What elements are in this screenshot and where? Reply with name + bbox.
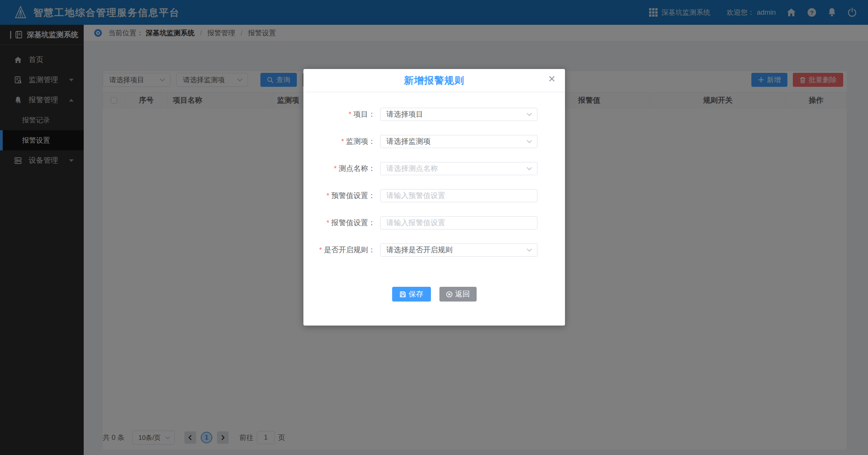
save-button[interactable]: 保存 xyxy=(392,287,431,302)
rule-enabled-select-value: 请选择是否开启规则 xyxy=(386,245,453,255)
field-label: * 报警值设置： xyxy=(303,218,375,228)
warning-value-input[interactable]: 请输入预警值设置 xyxy=(380,189,537,202)
required-asterisk: * xyxy=(349,110,351,119)
monitor-item-select[interactable]: 请选择监测项 xyxy=(380,135,537,148)
back-button[interactable]: 返回 xyxy=(439,287,477,302)
field-label: * 项目： xyxy=(303,109,375,119)
dialog-body: * 项目： 请选择项目 * 监测项： 请选择监测项 xyxy=(303,92,565,302)
save-button-label: 保存 xyxy=(409,289,424,299)
form-row-alarm-value: * 报警值设置： 请输入报警值设置 xyxy=(303,216,565,229)
point-name-select-placeholder: 请选择测点名称 xyxy=(386,164,438,174)
required-asterisk: * xyxy=(341,137,344,146)
rule-enabled-select[interactable]: 请选择是否开启规则 xyxy=(380,243,537,257)
field-label: * 预警值设置： xyxy=(303,191,375,201)
close-icon[interactable]: ✕ xyxy=(548,74,556,84)
form-row-point-name: * 测点名称： 请选择测点名称 xyxy=(303,162,565,175)
warning-value-placeholder: 请输入预警值设置 xyxy=(386,191,445,201)
dialog-title: 新增报警规则 xyxy=(404,74,465,87)
chevron-down-icon xyxy=(526,248,532,252)
field-label: * 是否开启规则： xyxy=(303,245,375,255)
field-label: * 监测项： xyxy=(303,136,375,146)
project-select[interactable]: 请选择项目 xyxy=(380,108,537,121)
chevron-down-icon xyxy=(526,167,532,171)
chevron-down-icon xyxy=(526,140,532,143)
floppy-save-icon xyxy=(400,291,406,298)
dialog-header: 新增报警规则 ✕ xyxy=(303,69,565,92)
required-asterisk: * xyxy=(319,246,322,254)
monitor-item-select-value: 请选择监测项 xyxy=(386,136,431,146)
dialog-footer: 保存 返回 xyxy=(303,287,565,302)
form-row-monitor-item: * 监测项： 请选择监测项 xyxy=(303,135,565,148)
required-asterisk: * xyxy=(334,164,337,173)
field-label: * 测点名称： xyxy=(303,164,375,174)
alarm-value-placeholder: 请输入报警值设置 xyxy=(386,218,445,228)
back-button-label: 返回 xyxy=(455,289,470,299)
circle-x-icon xyxy=(446,291,453,298)
required-asterisk: * xyxy=(327,191,329,200)
alarm-value-input[interactable]: 请输入报警值设置 xyxy=(380,216,537,229)
add-alarm-rule-dialog: 新增报警规则 ✕ * 项目： 请选择项目 * 监测项： 请选择监测项 xyxy=(303,69,565,326)
chevron-down-icon xyxy=(526,112,532,116)
point-name-select[interactable]: 请选择测点名称 xyxy=(380,162,537,175)
required-asterisk: * xyxy=(327,219,329,227)
project-select-value: 请选择项目 xyxy=(386,109,423,119)
form-row-rule-enabled: * 是否开启规则： 请选择是否开启规则 xyxy=(303,243,565,257)
form-row-warning-value: * 预警值设置： 请输入预警值设置 xyxy=(303,189,565,202)
form-row-project: * 项目： 请选择项目 xyxy=(303,108,565,121)
